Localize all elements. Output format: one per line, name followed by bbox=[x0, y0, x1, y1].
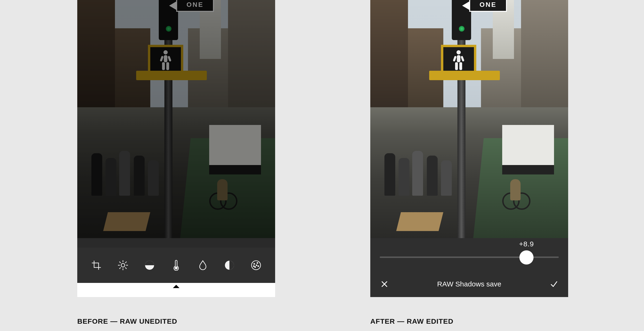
comparison-stage: ONE bbox=[0, 0, 644, 331]
svg-rect-19 bbox=[457, 55, 460, 62]
svg-point-16 bbox=[256, 265, 257, 266]
edit-toolbar bbox=[77, 247, 275, 283]
adjust-title: RAW Shadows save bbox=[370, 280, 568, 288]
svg-point-15 bbox=[255, 267, 256, 268]
svg-rect-4 bbox=[160, 56, 164, 62]
phone-before: ONE bbox=[77, 0, 275, 297]
svg-rect-3 bbox=[166, 62, 169, 70]
one-way-sign: ONE bbox=[176, 0, 214, 12]
drop-icon[interactable] bbox=[196, 258, 210, 272]
caption-before: BEFORE — RAW UNEDITED bbox=[77, 317, 177, 325]
svg-point-0 bbox=[164, 50, 168, 55]
svg-point-13 bbox=[257, 263, 258, 264]
slider-value: +8.9 bbox=[519, 240, 534, 248]
adjust-slider[interactable]: +8.9 bbox=[370, 238, 568, 271]
brightness-icon[interactable] bbox=[116, 258, 130, 272]
svg-point-18 bbox=[456, 50, 461, 55]
photo-before: ONE bbox=[77, 0, 275, 238]
thermometer-icon[interactable] bbox=[169, 258, 183, 272]
svg-rect-1 bbox=[164, 55, 168, 62]
one-way-sign: ONE bbox=[469, 0, 507, 12]
svg-rect-20 bbox=[455, 62, 458, 70]
photo-after: ONE bbox=[370, 0, 568, 238]
svg-point-14 bbox=[258, 266, 259, 267]
svg-rect-5 bbox=[168, 56, 172, 62]
svg-rect-21 bbox=[459, 62, 462, 70]
svg-point-12 bbox=[254, 263, 255, 264]
phone-after: ONE +8.9 RAW Shadows save bbox=[370, 0, 568, 297]
svg-point-17 bbox=[254, 266, 254, 267]
svg-point-8 bbox=[150, 263, 152, 264]
svg-rect-22 bbox=[453, 56, 457, 62]
contrast-icon[interactable] bbox=[222, 258, 236, 272]
svg-point-9 bbox=[175, 267, 177, 269]
svg-rect-23 bbox=[460, 56, 464, 62]
tone-split-icon[interactable] bbox=[143, 258, 156, 272]
svg-rect-2 bbox=[162, 62, 165, 70]
svg-point-6 bbox=[121, 263, 124, 267]
slider-knob[interactable] bbox=[520, 250, 534, 264]
drawer-handle[interactable] bbox=[77, 283, 275, 297]
confirm-bar: RAW Shadows save bbox=[370, 271, 568, 297]
caption-after: AFTER — RAW EDITED bbox=[370, 317, 454, 325]
grain-icon[interactable] bbox=[249, 258, 263, 272]
crop-icon[interactable] bbox=[90, 258, 103, 272]
